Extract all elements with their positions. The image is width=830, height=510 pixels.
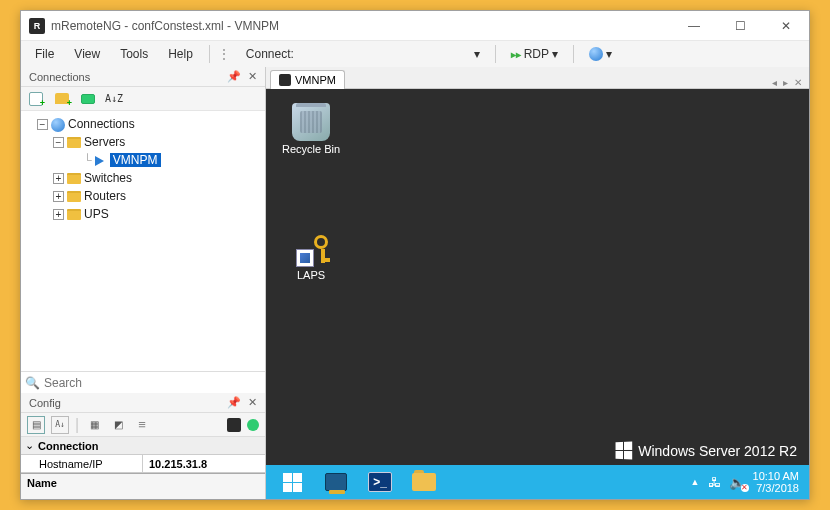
config-panel-title: Config [29, 397, 225, 409]
config-row-hostname[interactable]: Hostname/IP 10.215.31.8 [21, 455, 265, 473]
connect-label: Connect: [238, 43, 302, 65]
toolbar-separator [495, 45, 496, 63]
sort-button[interactable]: A↓Z [105, 90, 123, 108]
menu-tools[interactable]: Tools [112, 43, 156, 65]
app-icon: R [29, 18, 45, 34]
protocol-dropdown[interactable]: ▸▸ RDP ▾ [504, 44, 565, 64]
tree-label: UPS [84, 207, 109, 221]
folder-plus-icon [55, 93, 69, 104]
alphabetical-button[interactable]: A↓ [51, 416, 69, 434]
taskbar-explorer[interactable] [402, 465, 446, 499]
remote-desktop-area[interactable]: Recycle Bin LAPS Windows Server 2012 R2 [266, 89, 809, 499]
menu-file[interactable]: File [27, 43, 62, 65]
view-button[interactable] [79, 90, 97, 108]
panel-close-icon[interactable]: ✕ [243, 70, 261, 83]
tree-folder-ups[interactable]: +UPS [53, 205, 265, 223]
taskbar-clock[interactable]: 10:10 AM 7/3/2018 [753, 470, 799, 494]
categorized-button[interactable]: ▤ [27, 416, 45, 434]
config-desc-title: Name [27, 477, 259, 489]
tree-root[interactable]: −Connections −Servers └ VMNPM +Swit [37, 115, 265, 223]
collapse-icon[interactable]: − [53, 137, 64, 148]
config-grid: ⌄ Connection Hostname/IP 10.215.31.8 Nam… [21, 437, 265, 499]
config-group-label: Connection [38, 440, 99, 452]
icon-button[interactable] [227, 418, 241, 432]
connections-toolbar: A↓Z [21, 87, 265, 111]
config-group-connection[interactable]: ⌄ Connection [21, 437, 265, 455]
defaults-button[interactable]: ◩ [109, 416, 127, 434]
collapse-icon[interactable]: − [37, 119, 48, 130]
document-plus-icon [29, 92, 43, 106]
config-prop-name: Hostname/IP [21, 455, 143, 472]
menubar: File View Tools Help ⋮ Connect: ▾ ▸▸ RDP… [21, 41, 809, 67]
volume-muted-icon[interactable]: 🔈 [729, 475, 745, 490]
recycle-bin-icon [292, 103, 330, 141]
desktop-icon-label: Recycle Bin [276, 143, 346, 155]
tree-node-vmnpm[interactable]: └ VMNPM [69, 151, 265, 169]
expand-icon[interactable]: + [53, 191, 64, 202]
connections-panel-header: Connections 📌 ✕ [21, 67, 265, 87]
property-pages-button[interactable]: ≡ [133, 416, 151, 434]
pin-icon[interactable]: 📌 [225, 70, 243, 83]
host-dropdown[interactable]: ▾ [404, 44, 487, 64]
tab-next-button[interactable]: ▸ [780, 77, 791, 88]
session-icon [279, 74, 291, 86]
config-panel-header: Config 📌 ✕ [21, 393, 265, 413]
session-tab-vmnpm[interactable]: VMNPM [270, 70, 345, 89]
close-button[interactable]: ✕ [763, 11, 809, 41]
globe-dropdown[interactable]: ▾ [582, 44, 619, 64]
protocol-label: RDP [524, 47, 549, 61]
properties-button[interactable]: ▦ [85, 416, 103, 434]
server-manager-icon [325, 473, 347, 491]
tab-strip: VMNPM ◂ ▸ ✕ [266, 67, 809, 89]
tree-folder-servers[interactable]: −Servers └ VMNPM [53, 133, 265, 169]
sort-az-icon: A↓Z [105, 93, 123, 104]
tree-root-label: Connections [68, 117, 135, 131]
config-description-area: Name [21, 473, 265, 499]
connections-tree[interactable]: −Connections −Servers └ VMNPM +Swit [21, 111, 265, 371]
folder-icon [67, 209, 81, 220]
laps-icon [292, 229, 330, 267]
chevron-down-icon: ▾ [606, 47, 612, 61]
maximize-button[interactable]: ☐ [717, 11, 763, 41]
windows-start-icon [283, 473, 302, 492]
status-indicator-icon [247, 419, 259, 431]
connections-panel-title: Connections [29, 71, 225, 83]
search-input[interactable] [44, 376, 261, 390]
network-icon[interactable]: 🖧 [708, 475, 721, 490]
panel-close-icon[interactable]: ✕ [243, 396, 261, 409]
tray-overflow-button[interactable]: ▲ [691, 477, 700, 487]
file-explorer-icon [412, 473, 436, 491]
connection-icon [95, 156, 104, 166]
tree-folder-switches[interactable]: +Switches [53, 169, 265, 187]
minimize-button[interactable]: — [671, 11, 717, 41]
tree-label: Routers [84, 189, 126, 203]
taskbar-powershell[interactable]: >_ [358, 465, 402, 499]
tree-label: Servers [84, 135, 125, 149]
tree-selected-label: VMNPM [110, 153, 161, 167]
desktop-icon-label: LAPS [276, 269, 346, 281]
tab-close-button[interactable]: ✕ [791, 77, 805, 88]
desktop-icon-laps[interactable]: LAPS [276, 229, 346, 281]
windows-logo-icon [616, 442, 633, 460]
taskbar-server-manager[interactable] [314, 465, 358, 499]
tab-prev-button[interactable]: ◂ [769, 77, 780, 88]
group-collapse-icon[interactable]: ⌄ [25, 439, 34, 452]
powershell-icon: >_ [368, 472, 392, 492]
tree-folder-routers[interactable]: +Routers [53, 187, 265, 205]
toolbar-grip-icon: ⋮ [218, 47, 230, 61]
expand-icon[interactable]: + [53, 209, 64, 220]
pin-icon[interactable]: 📌 [225, 396, 243, 409]
config-prop-value[interactable]: 10.215.31.8 [143, 455, 265, 472]
titlebar: R mRemoteNG - confConstest.xml - VMNPM —… [21, 11, 809, 41]
display-icon [81, 94, 95, 104]
menu-view[interactable]: View [66, 43, 108, 65]
expand-icon[interactable]: + [53, 173, 64, 184]
desktop-icon-recycle-bin[interactable]: Recycle Bin [276, 103, 346, 155]
menu-help[interactable]: Help [160, 43, 201, 65]
folder-icon [67, 137, 81, 148]
chevron-down-icon: ▾ [552, 47, 558, 61]
new-connection-button[interactable] [27, 90, 45, 108]
new-folder-button[interactable] [53, 90, 71, 108]
start-button[interactable] [270, 465, 314, 499]
clock-date: 7/3/2018 [753, 482, 799, 494]
